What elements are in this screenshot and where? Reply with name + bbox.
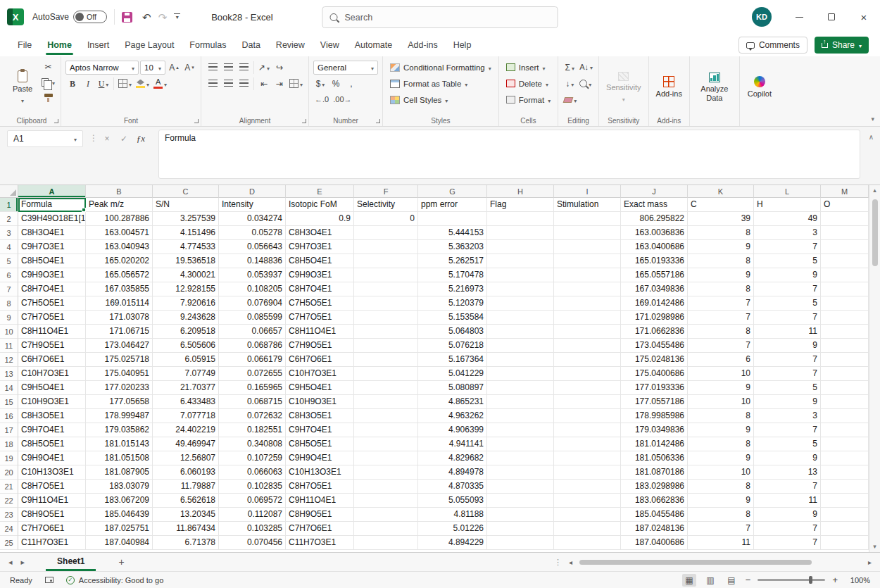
cell-E13[interactable]: C10H7O3E1 — [286, 367, 354, 381]
cell-A21[interactable]: C8H7O5E1 — [18, 480, 86, 494]
cell-J9[interactable]: 171.0298986 — [621, 311, 688, 325]
cell-C6[interactable]: 4.300021 — [153, 268, 219, 282]
row-header-2[interactable]: 2 — [0, 212, 18, 226]
cell-D9[interactable]: 0.085599 — [219, 311, 286, 325]
cell-A25[interactable]: C11H7O3E1 — [18, 536, 86, 550]
font-dialog-launcher-icon[interactable] — [194, 119, 199, 123]
cell-J5[interactable]: 165.0193336 — [621, 254, 688, 268]
row-header-10[interactable]: 10 — [0, 325, 18, 339]
select-all-corner[interactable] — [0, 185, 18, 198]
scroll-up-arrow[interactable] — [873, 187, 876, 194]
cell-G16[interactable]: 4.963262 — [418, 409, 487, 423]
cell-L3[interactable]: 3 — [754, 226, 821, 240]
cell-F23[interactable] — [354, 508, 418, 522]
cell-E12[interactable]: C6H7O6E1 — [286, 353, 354, 367]
cell-I5[interactable] — [554, 254, 621, 268]
cell-J17[interactable]: 179.0349836 — [621, 423, 688, 437]
cell-M15[interactable] — [821, 395, 869, 409]
cell-L22[interactable]: 11 — [754, 494, 821, 508]
cell-G14[interactable]: 5.080897 — [418, 381, 487, 395]
cell-D12[interactable]: 0.066179 — [219, 353, 286, 367]
cell-F6[interactable] — [354, 268, 418, 282]
cell-L7[interactable]: 7 — [754, 282, 821, 296]
row-header-6[interactable]: 6 — [0, 268, 18, 282]
cell-H3[interactable] — [487, 226, 554, 240]
cell-J1[interactable]: Exact mass — [621, 198, 688, 212]
cell-M4[interactable] — [821, 240, 869, 254]
cell-J3[interactable]: 163.0036836 — [621, 226, 688, 240]
cell-H18[interactable] — [487, 437, 554, 451]
cell-K13[interactable]: 10 — [688, 367, 754, 381]
cell-L18[interactable]: 5 — [754, 437, 821, 451]
cell-J13[interactable]: 175.0400686 — [621, 367, 688, 381]
column-header-D[interactable]: D — [219, 185, 286, 198]
cell-M17[interactable] — [821, 423, 869, 437]
cell-C10[interactable]: 6.209518 — [153, 325, 219, 339]
cell-A2[interactable]: C39H49O18E1[1 — [18, 212, 86, 226]
cell-J24[interactable]: 187.0248136 — [621, 522, 688, 536]
cell-E19[interactable]: C9H9O4E1 — [286, 451, 354, 465]
cell-H13[interactable] — [487, 367, 554, 381]
cell-G6[interactable]: 5.170478 — [418, 268, 487, 282]
tab-insert[interactable]: Insert — [80, 34, 117, 56]
cell-J20[interactable]: 181.0870186 — [621, 465, 688, 480]
cell-G17[interactable]: 4.906399 — [418, 423, 487, 437]
cell-F3[interactable] — [354, 226, 418, 240]
cell-A22[interactable]: C9H11O4E1 — [18, 494, 86, 508]
cell-A3[interactable]: C8H3O4E1 — [18, 226, 86, 240]
share-button[interactable]: Share — [815, 37, 869, 54]
redo-button[interactable]: ↷ — [158, 12, 168, 23]
previous-sheet-button[interactable] — [8, 558, 13, 567]
cell-D6[interactable]: 0.053937 — [219, 268, 286, 282]
wrap-text-button[interactable]: ↪ — [272, 61, 287, 75]
number-dialog-launcher-icon[interactable] — [376, 119, 380, 123]
cell-E10[interactable]: C8H11O4E1 — [286, 325, 354, 339]
cell-H9[interactable] — [487, 311, 554, 325]
cell-D2[interactable]: 0.034274 — [219, 212, 286, 226]
zoom-out-button[interactable] — [746, 575, 751, 585]
cell-K20[interactable]: 10 — [688, 465, 754, 480]
cell-A17[interactable]: C9H7O4E1 — [18, 423, 86, 437]
cell-A23[interactable]: C8H9O5E1 — [18, 508, 86, 522]
next-sheet-button[interactable] — [21, 558, 25, 567]
cell-G5[interactable]: 5.262517 — [418, 254, 487, 268]
cell-C15[interactable]: 6.433483 — [153, 395, 219, 409]
cell-M10[interactable] — [821, 325, 869, 339]
column-header-K[interactable]: K — [688, 185, 754, 198]
cell-G2[interactable] — [418, 212, 487, 226]
cell-G9[interactable]: 5.153584 — [418, 311, 487, 325]
scroll-down-arrow[interactable] — [873, 544, 876, 550]
cell-H17[interactable] — [487, 423, 554, 437]
font-size-select[interactable]: 10 — [140, 61, 165, 75]
cell-A14[interactable]: C9H5O4E1 — [18, 381, 86, 395]
cell-B22[interactable]: 183.067209 — [86, 494, 153, 508]
cell-D10[interactable]: 0.06657 — [219, 325, 286, 339]
cell-M21[interactable] — [821, 480, 869, 494]
cell-M23[interactable] — [821, 508, 869, 522]
cell-H10[interactable] — [487, 325, 554, 339]
tab-home[interactable]: Home — [39, 34, 80, 56]
cell-B20[interactable]: 181.087905 — [86, 465, 153, 480]
cell-M18[interactable] — [821, 437, 869, 451]
tab-data[interactable]: Data — [234, 34, 268, 56]
cell-E25[interactable]: C11H7O3E1 — [286, 536, 354, 550]
find-select-button[interactable] — [578, 77, 593, 91]
cell-A7[interactable]: C8H7O4E1 — [18, 282, 86, 296]
zoom-slider[interactable] — [758, 579, 825, 581]
cell-D1[interactable]: Intensity — [219, 198, 286, 212]
cell-E3[interactable]: C8H3O4E1 — [286, 226, 354, 240]
cell-C23[interactable]: 13.20345 — [153, 508, 219, 522]
percent-style-button[interactable]: % — [329, 77, 343, 91]
cell-I6[interactable] — [554, 268, 621, 282]
increase-indent-button[interactable]: ⇥ — [272, 77, 287, 91]
cell-F12[interactable] — [354, 353, 418, 367]
cell-B4[interactable]: 163.040943 — [86, 240, 153, 254]
cell-J15[interactable]: 177.0557186 — [621, 395, 688, 409]
cell-I11[interactable] — [554, 339, 621, 353]
cell-M12[interactable] — [821, 353, 869, 367]
cell-J10[interactable]: 171.0662836 — [621, 325, 688, 339]
align-top-button[interactable] — [206, 61, 220, 75]
cell-I8[interactable] — [554, 296, 621, 311]
cell-H2[interactable] — [487, 212, 554, 226]
cell-C3[interactable]: 4.151496 — [153, 226, 219, 240]
